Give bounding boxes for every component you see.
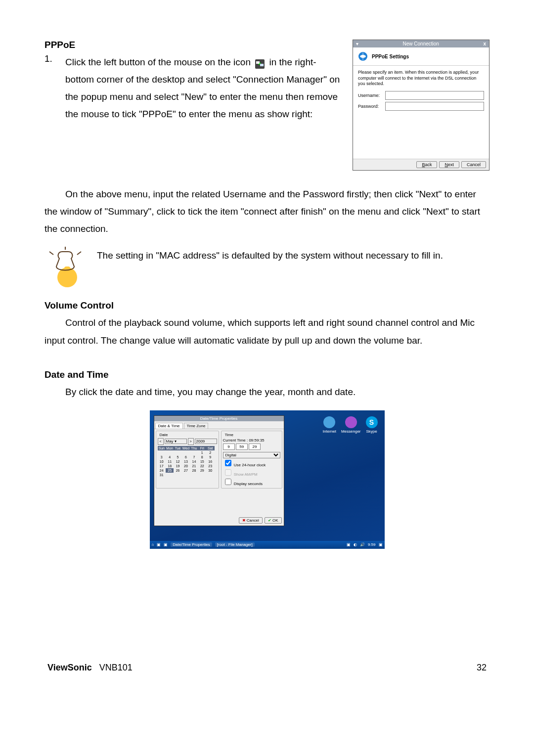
datetime-dialog: Date/Time Properties Date & TimeTime Zon… (154, 415, 284, 526)
pppoe-heading: PPPoE (44, 40, 343, 50)
date-panel-title: Date (159, 433, 169, 437)
list-number: 1. (44, 53, 65, 123)
show-seconds-checkbox[interactable] (225, 479, 231, 485)
pppoe-settings-title: PPPoE Settings (372, 54, 409, 59)
label: ext (448, 162, 454, 167)
desktop-icon[interactable]: Messenger (341, 416, 361, 434)
start-icon[interactable]: ⌂ (152, 542, 154, 547)
close-icon[interactable]: x (483, 41, 486, 46)
pppoe-description: Please specify an item. When this connec… (358, 70, 484, 87)
brand: ViewSonic (47, 663, 92, 672)
tray-flag-icon[interactable]: ▣ (347, 542, 351, 547)
cancel-button[interactable]: Cancel (461, 161, 486, 168)
dt-cancel-button[interactable]: ✖ Cancel (239, 517, 263, 524)
footer-left: ViewSonic VNB101 (47, 663, 133, 673)
password-input[interactable] (385, 102, 484, 111)
tray-icon[interactable]: ▣ (164, 542, 168, 547)
desktop-icon[interactable]: SSkype (366, 416, 378, 434)
paragraph: Control of the playback sound volume, wh… (44, 314, 490, 349)
time-panel-title: Time (224, 433, 234, 437)
taskbar: ⌂ ▣ ▣ Date/Time Properties [root - File … (150, 541, 385, 549)
month-prev-button[interactable]: < (158, 438, 164, 445)
display-type-select[interactable]: Digital (223, 452, 280, 458)
list-text: Click the left button of the mouse on th… (65, 53, 343, 123)
second-spinner[interactable] (249, 444, 261, 450)
dialog-title: New Connection (403, 41, 439, 46)
back-button[interactable]: Back (416, 161, 437, 168)
svg-line-6 (49, 252, 53, 255)
taskbar-clock[interactable]: 9:59 (368, 542, 376, 547)
month-select[interactable]: May ▾ (165, 439, 187, 444)
dialog-menu-icon: ▾ (356, 41, 358, 46)
taskbar-item[interactable]: [root - File Manager] (215, 542, 255, 547)
note-text: The setting in "MAC address" is defaulte… (97, 247, 490, 264)
year-spinner[interactable]: 2009 (195, 439, 217, 444)
username-input[interactable] (385, 91, 484, 100)
tray-icon[interactable]: ▣ (157, 542, 161, 547)
tip-hand-icon (44, 247, 87, 289)
label: Display seconds (234, 482, 263, 486)
datetime-heading: Date and Time (44, 369, 490, 380)
current-time-value: 09:59:35 (249, 438, 264, 443)
dt-title: Date/Time Properties (154, 416, 284, 421)
svg-rect-2 (260, 64, 264, 66)
dt-ok-button[interactable]: ✔ OK (265, 517, 282, 524)
dialog-titlebar: ▾ New Connection x (353, 40, 489, 47)
tray-volume-icon[interactable]: 🔊 (360, 542, 365, 547)
datetime-screenshot: InternetMessengerSSkype Date/Time Proper… (150, 410, 385, 549)
show-ampm-checkbox (225, 469, 231, 476)
next-button[interactable]: Next (439, 161, 459, 168)
password-label: Password: (358, 104, 385, 109)
pppoe-icon (358, 51, 368, 61)
paragraph: By click the date and time, you may chan… (44, 383, 490, 400)
hour-spinner[interactable] (223, 444, 235, 450)
svg-line-7 (77, 252, 81, 255)
volume-heading: Volume Control (44, 300, 490, 311)
svg-rect-1 (256, 61, 260, 64)
paragraph: On the above menu, input the related Use… (44, 185, 490, 237)
use-24h-checkbox[interactable] (225, 460, 231, 466)
show-desktop-icon[interactable]: ▣ (379, 542, 383, 547)
username-label: Username: (358, 93, 385, 98)
label: ack (425, 162, 432, 167)
month-next-button[interactable]: > (188, 438, 194, 445)
svg-rect-5 (64, 267, 70, 276)
calendar[interactable]: SunMonTueWedThuFriSat1234567891011121314… (158, 446, 215, 477)
label: Use 24-hour clock (234, 463, 266, 467)
current-time-label: Current Time : (223, 438, 248, 443)
tray-icon[interactable]: ◐ (354, 542, 357, 547)
pppoe-dialog: ▾ New Connection x PPPoE Settings Please… (353, 40, 490, 171)
tab-date-and-time[interactable]: Date & Time (155, 423, 183, 429)
text-fragment: Click the left button of the mouse on th… (65, 57, 253, 67)
page-number: 32 (477, 663, 487, 673)
label: Show AM/PM (234, 472, 258, 477)
model: VNB101 (99, 663, 133, 672)
desktop-icon[interactable]: Internet (323, 416, 336, 434)
tab-time-zone[interactable]: Time Zone (184, 423, 209, 429)
minute-spinner[interactable] (236, 444, 248, 450)
connection-tray-icon (255, 57, 265, 68)
taskbar-item[interactable]: Date/Time Properties (171, 542, 212, 547)
